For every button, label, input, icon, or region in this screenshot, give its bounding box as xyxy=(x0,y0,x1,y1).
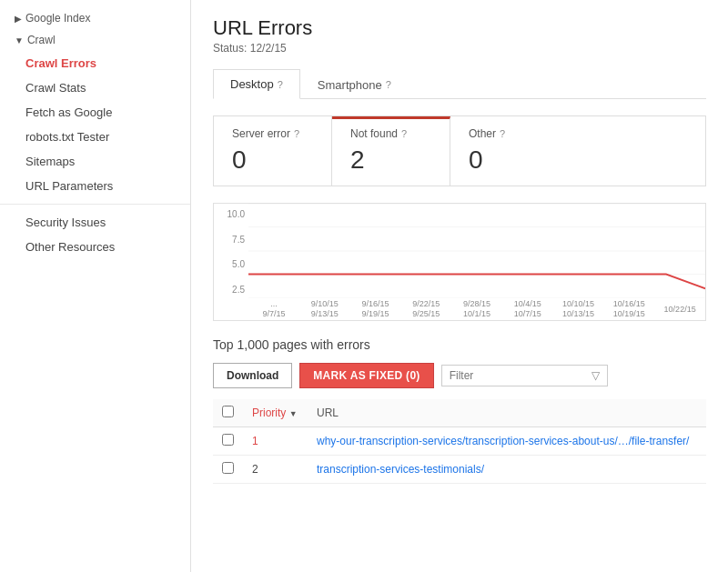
sidebar-google-index[interactable]: ▶ Google Index xyxy=(0,7,190,29)
other-label: Other ? xyxy=(469,127,551,140)
top-pages-title: Top 1,000 pages with errors xyxy=(213,337,706,352)
other-value: 0 xyxy=(469,146,551,175)
desktop-help-icon[interactable]: ? xyxy=(278,79,283,90)
error-card-not-found[interactable]: Not found ? 2 xyxy=(332,116,450,186)
crawl-arrow-icon: ▼ xyxy=(15,35,24,45)
x-label-1: 9/10/159/13/15 xyxy=(299,299,350,319)
x-label-7: 10/16/1510/19/15 xyxy=(603,299,654,319)
download-button[interactable]: Download xyxy=(213,363,292,388)
chart-area: 10.0 7.5 5.0 2.5 ...9/7/15 9/10/159/13/1… xyxy=(213,203,706,321)
filter-box: ▽ xyxy=(441,365,608,386)
y-label-2: 2.5 xyxy=(217,285,245,295)
sidebar-divider xyxy=(0,204,190,205)
y-label-10: 10.0 xyxy=(217,209,245,219)
row1-url-link[interactable]: why-our-transcription-services/transcrip… xyxy=(317,435,689,447)
row1-checkbox-cell xyxy=(213,427,243,456)
actions-row: Download MARK AS FIXED (0) ▽ xyxy=(213,363,706,388)
sidebar-item-robots-tester[interactable]: robots.txt Tester xyxy=(0,125,190,149)
sidebar-item-sitemaps[interactable]: Sitemaps xyxy=(0,149,190,174)
smartphone-help-icon[interactable]: ? xyxy=(386,79,391,90)
x-label-3: 9/22/159/25/15 xyxy=(400,299,451,319)
th-priority[interactable]: Priority ▼ xyxy=(243,399,308,427)
row1-checkbox[interactable] xyxy=(222,434,234,446)
error-cards-container: Server error ? 0 Not found ? 2 Other ? 0 xyxy=(213,115,706,186)
row2-checkbox-cell xyxy=(213,456,243,484)
chart-x-labels: ...9/7/15 9/10/159/13/15 9/16/159/19/15 … xyxy=(248,298,705,320)
chart-svg-container xyxy=(248,204,705,298)
other-help-icon[interactable]: ? xyxy=(500,128,505,139)
sidebar-item-url-parameters[interactable]: URL Parameters xyxy=(0,174,190,198)
error-card-server[interactable]: Server error ? 0 xyxy=(214,116,332,186)
server-error-value: 0 xyxy=(232,146,313,175)
row2-priority: 2 xyxy=(243,456,308,484)
status-line: Status: 12/2/15 xyxy=(213,42,706,55)
y-label-7: 7.5 xyxy=(217,235,245,245)
main-content: URL Errors Status: 12/2/15 Desktop ? Sma… xyxy=(191,0,728,572)
sidebar-google-index-label: Google Index xyxy=(25,12,90,25)
tab-desktop[interactable]: Desktop ? xyxy=(213,69,300,99)
not-found-label: Not found ? xyxy=(350,127,431,140)
page-title: URL Errors xyxy=(213,16,706,40)
x-label-4: 9/28/1510/1/15 xyxy=(451,299,502,319)
url-table: Priority ▼ URL 1 why-our-transcription-s… xyxy=(213,399,706,484)
sort-arrow-icon: ▼ xyxy=(289,409,298,418)
sidebar-item-crawl-errors[interactable]: Crawl Errors xyxy=(0,51,190,75)
x-label-5: 10/4/1510/7/15 xyxy=(502,299,553,319)
sidebar-item-security-issues[interactable]: Security Issues xyxy=(0,210,190,235)
filter-input[interactable] xyxy=(450,369,586,382)
sidebar-item-other-resources[interactable]: Other Resources xyxy=(0,235,190,259)
chart-svg xyxy=(248,204,705,298)
row1-priority: 1 xyxy=(243,427,308,456)
server-error-label: Server error ? xyxy=(232,127,313,140)
not-found-help-icon[interactable]: ? xyxy=(401,128,407,139)
sidebar-crawl-label: Crawl xyxy=(27,34,56,46)
row2-checkbox[interactable] xyxy=(222,462,234,474)
table-row: 2 transcription-services-testimonials/ xyxy=(213,456,706,484)
sidebar-crawl-section[interactable]: ▼ Crawl xyxy=(0,29,190,51)
priority-header-label: Priority xyxy=(252,406,286,419)
mark-fixed-button[interactable]: MARK AS FIXED (0) xyxy=(299,363,433,388)
table-header-row: Priority ▼ URL xyxy=(213,399,706,427)
th-url: URL xyxy=(308,399,706,427)
error-card-other[interactable]: Other ? 0 xyxy=(450,116,569,186)
x-label-2: 9/16/159/19/15 xyxy=(350,299,401,319)
filter-icon: ▽ xyxy=(592,369,600,382)
sidebar: ▶ Google Index ▼ Crawl Crawl Errors Craw… xyxy=(0,0,191,572)
select-all-cell xyxy=(213,399,243,427)
server-error-help-icon[interactable]: ? xyxy=(294,128,299,139)
tab-smartphone[interactable]: Smartphone ? xyxy=(300,69,409,99)
row2-url-link[interactable]: transcription-services-testimonials/ xyxy=(317,463,484,476)
x-label-6: 10/10/1510/13/15 xyxy=(553,299,604,319)
url-header-label: URL xyxy=(317,406,339,419)
tab-smartphone-label: Smartphone xyxy=(318,78,382,92)
sidebar-item-crawl-stats[interactable]: Crawl Stats xyxy=(0,75,190,100)
table-row: 1 why-our-transcription-services/transcr… xyxy=(213,427,706,456)
x-label-0: ...9/7/15 xyxy=(248,299,299,319)
x-label-8: 10/22/15 xyxy=(654,305,705,315)
google-index-arrow-icon: ▶ xyxy=(15,14,22,24)
row1-url: why-our-transcription-services/transcrip… xyxy=(308,427,706,456)
tab-desktop-label: Desktop xyxy=(230,77,274,91)
sidebar-item-fetch-google[interactable]: Fetch as Google xyxy=(0,100,190,125)
tabs-container: Desktop ? Smartphone ? xyxy=(213,69,706,99)
chart-y-labels: 10.0 7.5 5.0 2.5 xyxy=(214,204,248,298)
y-label-5: 5.0 xyxy=(217,259,245,269)
row2-url: transcription-services-testimonials/ xyxy=(308,456,706,484)
select-all-checkbox[interactable] xyxy=(222,406,234,417)
status-date: 12/2/15 xyxy=(250,42,287,55)
not-found-value: 2 xyxy=(350,146,431,175)
status-label: Status: xyxy=(213,42,247,55)
